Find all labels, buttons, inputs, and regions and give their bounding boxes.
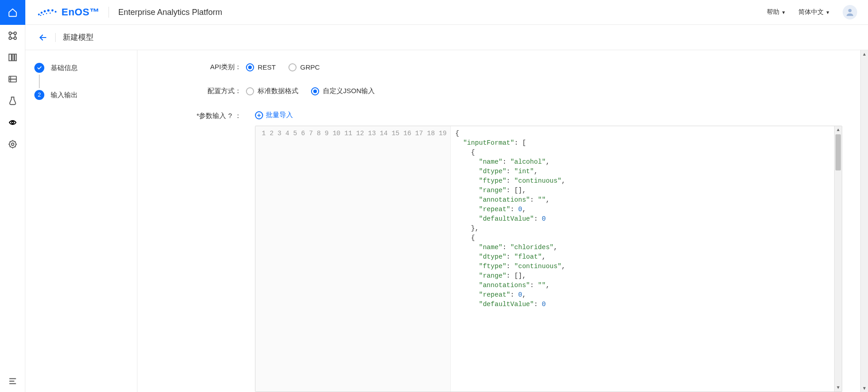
form-area: API类别： REST GRPC 配置方式： 标准数据格式 自定义JSON输入 … — [137, 50, 860, 392]
nav-icon-6[interactable] — [0, 133, 25, 155]
check-icon — [34, 63, 44, 73]
svg-point-17 — [40, 15, 42, 16]
radio-dot-icon — [246, 87, 254, 95]
svg-point-16 — [55, 11, 57, 13]
step-number: 2 — [34, 90, 44, 100]
svg-point-12 — [41, 12, 42, 14]
home-icon[interactable] — [0, 0, 25, 25]
svg-point-0 — [9, 32, 11, 35]
brand-name: EnOS™ — [61, 6, 99, 18]
svg-point-15 — [52, 9, 54, 12]
code-area[interactable]: { "inputFormat": [ { "name": "alcohol", … — [451, 126, 842, 392]
nav-icon-1[interactable] — [0, 25, 25, 47]
svg-point-10 — [11, 143, 14, 146]
svg-point-14 — [47, 9, 49, 11]
nav-icon-4[interactable] — [0, 90, 25, 112]
collapse-icon[interactable] — [0, 370, 25, 392]
chevron-down-icon: ▼ — [826, 10, 830, 15]
line-gutter: 1 2 3 4 5 6 7 8 9 10 11 12 13 14 15 16 1… — [255, 126, 451, 392]
steps-panel: 基础信息 2 输入输出 — [25, 50, 137, 392]
scroll-down-icon[interactable]: ▼ — [835, 384, 842, 392]
config-mode-label: 配置方式： — [156, 87, 246, 95]
separator — [55, 33, 56, 42]
nav-icon-5[interactable] — [0, 112, 25, 133]
step-1[interactable]: 基础信息 — [34, 63, 128, 73]
product-name: Enterprise Analytics Platform — [118, 8, 222, 17]
scroll-up-icon[interactable]: ▲ — [861, 50, 868, 58]
radio-grpc[interactable]: GRPC — [288, 63, 320, 71]
scroll-down-icon[interactable]: ▼ — [861, 384, 868, 392]
api-type-label: API类别： — [156, 63, 246, 71]
svg-point-13 — [44, 10, 46, 13]
help-link[interactable]: 帮助▼ — [767, 8, 786, 16]
svg-point-1 — [14, 32, 16, 35]
svg-point-21 — [848, 9, 851, 12]
svg-point-19 — [46, 13, 47, 14]
radio-rest[interactable]: REST — [246, 63, 276, 71]
svg-point-20 — [50, 13, 51, 14]
plus-circle-icon: + — [255, 111, 263, 119]
separator — [108, 7, 109, 18]
step-label: 输入输出 — [51, 91, 78, 99]
radio-custom-json[interactable]: 自定义JSON输入 — [311, 87, 375, 95]
editor-scrollbar[interactable]: ▲ ▼ — [834, 126, 842, 392]
step-connector — [39, 75, 40, 88]
radio-dot-icon — [288, 63, 297, 71]
svg-rect-6 — [14, 54, 16, 61]
radio-standard[interactable]: 标准数据格式 — [246, 87, 298, 95]
scroll-thumb[interactable] — [835, 134, 841, 170]
radio-dot-icon — [311, 87, 319, 95]
svg-point-11 — [38, 14, 40, 15]
avatar[interactable] — [843, 5, 857, 19]
json-editor[interactable]: 1 2 3 4 5 6 7 8 9 10 11 12 13 14 15 16 1… — [255, 126, 842, 392]
batch-import-button[interactable]: +批量导入 — [255, 111, 842, 119]
page-scrollbar[interactable]: ▲ ▼ — [860, 50, 868, 392]
lang-link[interactable]: 简体中文▼ — [798, 8, 830, 16]
svg-point-8 — [11, 122, 14, 124]
step-2[interactable]: 2 输入输出 — [34, 90, 128, 100]
svg-rect-4 — [9, 54, 11, 61]
radio-dot-icon — [246, 63, 254, 71]
nav-icon-3[interactable] — [0, 68, 25, 90]
icon-sidebar — [0, 0, 25, 392]
brand-logo[interactable]: EnOS™ — [36, 6, 99, 18]
titlebar: 新建模型 — [25, 25, 868, 50]
svg-point-3 — [14, 37, 16, 40]
nav-icon-2[interactable] — [0, 47, 25, 68]
back-button[interactable] — [38, 33, 48, 43]
help-icon[interactable]: ? — [228, 112, 232, 119]
page-title: 新建模型 — [63, 32, 94, 43]
svg-point-18 — [43, 14, 44, 15]
svg-rect-5 — [12, 54, 14, 61]
svg-point-2 — [9, 37, 11, 40]
chevron-down-icon: ▼ — [781, 10, 786, 15]
step-label: 基础信息 — [51, 64, 78, 72]
scroll-up-icon[interactable]: ▲ — [835, 126, 842, 134]
param-input-label: *参数输入 ?： — [156, 111, 246, 392]
topbar: EnOS™ Enterprise Analytics Platform 帮助▼ … — [25, 0, 868, 25]
